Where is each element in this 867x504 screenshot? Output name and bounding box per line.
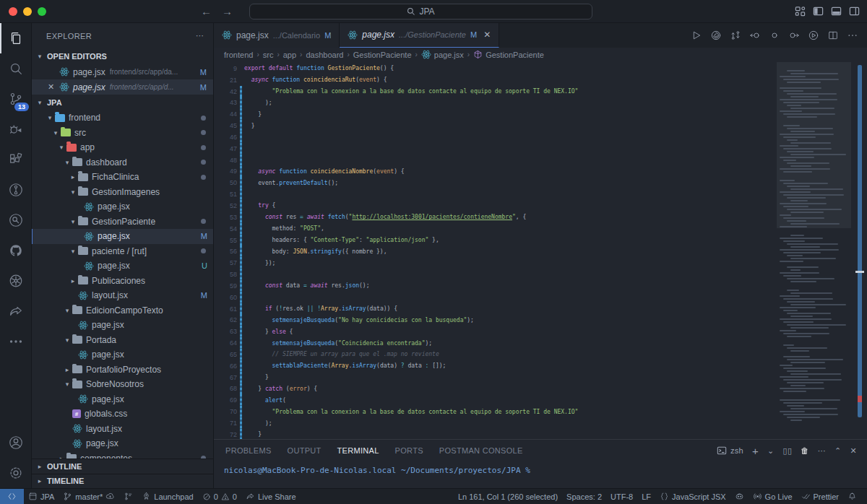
code-line-62[interactable]: 62 setmensajeBusqueda("No hay conicideci… — [214, 314, 777, 326]
tree-folder-src[interactable]: ▾src — [32, 126, 213, 141]
chevron-down-icon[interactable]: ▾ — [68, 188, 78, 196]
breadcrumb-item-src[interactable]: src — [263, 51, 274, 59]
code-line-54[interactable]: 54 method: "POST", — [214, 223, 777, 235]
statusbar-cursor-position[interactable]: Ln 161, Col 1 (260 selected) — [454, 489, 562, 504]
run-circle-icon[interactable] — [808, 30, 819, 41]
new-terminal-icon[interactable]: + — [752, 445, 759, 457]
tree-folder-PortafolioProyectos[interactable]: ▸PortafolioProyectos — [32, 362, 213, 378]
tree-folder-Publicaciones[interactable]: ▸Publicaciones — [32, 274, 213, 289]
tree-folder-GestionPaciente[interactable]: ▾GestionPaciente — [32, 214, 213, 230]
statusbar-live-share[interactable]: Live Share — [241, 489, 301, 504]
tree-file[interactable]: page.jsx — [32, 347, 213, 362]
open-editor-item[interactable]: page.jsxfrontend/src/app/da...M — [32, 64, 213, 79]
statusbar-problems[interactable]: 00 — [198, 489, 241, 504]
activitybar-item-gitlens[interactable] — [0, 175, 32, 205]
code-line-56[interactable]: 56 body: JSON.stringify({ nombre }), — [214, 246, 777, 257]
command-center-search[interactable]: JPA — [249, 4, 592, 19]
history-back-icon[interactable]: ← — [201, 5, 212, 17]
breadcrumb-item-app[interactable]: app — [283, 51, 296, 59]
maximize-panel-icon[interactable]: ⌃ — [834, 446, 842, 456]
code-line-71[interactable]: 71 ); — [214, 417, 777, 429]
activitybar-item-accounts[interactable] — [0, 427, 32, 458]
code-line-53[interactable]: 53 const res = await fetch("http://local… — [214, 212, 777, 223]
activitybar-item-extensions[interactable] — [0, 144, 32, 175]
code-line-52[interactable]: 52 try { — [214, 200, 777, 212]
editor-tab-Calendario[interactable]: page.jsx.../CalendarioM — [214, 23, 340, 48]
tree-folder-paciente-rut-[interactable]: ▾paciente / [rut] — [32, 244, 213, 259]
chevron-down-icon[interactable]: ▾ — [62, 381, 72, 388]
code-line-50[interactable]: 50 event.preventDefault(); — [214, 177, 777, 188]
zoom-window-button[interactable] — [38, 7, 46, 16]
tree-file[interactable]: #globals.css — [32, 407, 213, 422]
terminal-prompt[interactable]: nicolas@MacBook-Pro-de-Nicolas.local ~/D… — [214, 461, 867, 475]
open-editor-item[interactable]: ✕page.jsxfrontend/src/app/d...M — [32, 79, 213, 95]
split-terminal-icon[interactable]: ▯▯ — [783, 446, 793, 456]
code-line-59[interactable]: 59 const data = await res.json(); — [214, 280, 777, 292]
tree-folder-FichaClinica[interactable]: ▸FichaClinica — [32, 170, 213, 185]
breadcrumb-item-GestionPaciente[interactable]: GestionPaciente — [473, 50, 544, 59]
close-icon[interactable]: ✕ — [48, 82, 54, 92]
tree-folder-EdicionCampoTexto[interactable]: ▾EdicionCampoTexto — [32, 303, 213, 318]
tree-folder-frontend[interactable]: ▾frontend — [32, 110, 213, 126]
tree-file[interactable]: page.jsx — [32, 436, 213, 451]
code-line-55[interactable]: 55 headers: { "Content-Type": "applicati… — [214, 235, 777, 246]
open-editors-section[interactable]: ▾ OPEN EDITORS — [32, 48, 213, 64]
code-line-64[interactable]: 64 setmensajeBusqueda("Coincidencia enco… — [214, 337, 777, 349]
code-line-48[interactable]: 48 — [214, 155, 777, 166]
activitybar-item-source-control[interactable]: 13 — [0, 84, 32, 114]
code-line-67[interactable]: 67 } — [214, 372, 777, 383]
chevron-down-icon[interactable]: ▾ — [56, 144, 66, 151]
minimap[interactable] — [777, 62, 851, 439]
close-window-button[interactable] — [9, 7, 17, 16]
breadcrumb-item-GestionPaciente[interactable]: GestionPaciente — [353, 51, 412, 59]
code-line-9[interactable]: 9export default function GestionPaciente… — [214, 63, 777, 74]
prev-change-icon[interactable] — [749, 30, 761, 41]
activitybar-item-gitlens-inspect[interactable] — [0, 205, 32, 235]
chevron-down-icon[interactable]: ▾ — [62, 307, 72, 314]
compare-icon[interactable] — [730, 30, 741, 41]
code-line-47[interactable]: 47 — [214, 143, 777, 155]
activitybar-item-explorer[interactable] — [0, 23, 32, 53]
breadcrumb-item-page-jsx[interactable]: page.jsx — [421, 50, 464, 59]
code-line-46[interactable]: 46 — [214, 131, 777, 143]
panel-tab-problems[interactable]: PROBLEMS — [225, 446, 272, 455]
close-panel-icon[interactable]: ✕ — [850, 446, 857, 456]
terminal-shell-select[interactable]: zsh — [717, 446, 743, 456]
chevron-down-icon[interactable]: ▾ — [68, 218, 78, 225]
outline-section[interactable]: ▸ OUTLINE — [32, 459, 213, 474]
code-line-43[interactable]: 43 ); — [214, 97, 777, 108]
chevron-right-icon[interactable]: ▸ — [68, 277, 78, 284]
chevron-right-icon[interactable]: ▸ — [62, 366, 72, 373]
code-line-42[interactable]: 42 "Problema con la conexion a la base d… — [214, 86, 777, 97]
code-line-66[interactable]: 66 settablaPaciente(Array.isArray(data) … — [214, 360, 777, 372]
tree-folder-dashboard[interactable]: ▾dashboard — [32, 155, 213, 170]
panel-tab-postman-console[interactable]: POSTMAN CONSOLE — [439, 446, 523, 455]
chevron-right-icon[interactable]: ▸ — [56, 455, 66, 459]
activitybar-item-search[interactable] — [0, 53, 32, 84]
toggle-panel-icon[interactable] — [831, 6, 842, 17]
code-line-65[interactable]: 65 // SIEMPRE un array para que el .map … — [214, 349, 777, 360]
close-tab-icon[interactable]: ✕ — [483, 30, 491, 40]
run-icon[interactable] — [691, 30, 702, 41]
overview-ruler[interactable] — [851, 62, 867, 439]
explorer-more-actions-icon[interactable]: ⋯ — [196, 31, 204, 40]
statusbar-workspace[interactable]: JPA — [24, 489, 59, 504]
panel-tab-ports[interactable]: PORTS — [395, 446, 423, 455]
code-line-72[interactable]: 72 } — [214, 429, 777, 439]
timeline-section[interactable]: ▸ TIMELINE — [32, 474, 213, 488]
code-line-70[interactable]: 70 "Problema con la conexion a la base d… — [214, 406, 777, 417]
tree-file[interactable]: layout.jsxM — [32, 288, 213, 303]
chevron-down-icon[interactable]: ▾ — [45, 114, 55, 121]
code-line-61[interactable]: 61 if (!res.ok || !Array.isArray(data)) … — [214, 303, 777, 315]
tree-file[interactable]: page.jsxU — [32, 258, 213, 274]
ai-icon[interactable] — [710, 30, 722, 41]
toggle-secondary-sidebar-icon[interactable] — [849, 6, 860, 17]
tree-folder-componentes[interactable]: ▸componentes — [32, 451, 213, 459]
code-line-49[interactable]: 49 async function coincidenciaNombre(eve… — [214, 166, 777, 178]
terminal-more-icon[interactable]: ⋯ — [818, 446, 826, 456]
chevron-right-icon[interactable]: ▸ — [68, 173, 78, 181]
statusbar-prettier[interactable]: Prettier — [797, 489, 843, 504]
minimize-window-button[interactable] — [23, 7, 32, 16]
tree-file[interactable]: page.jsx — [32, 392, 213, 407]
customize-layout-icon[interactable] — [795, 6, 806, 17]
